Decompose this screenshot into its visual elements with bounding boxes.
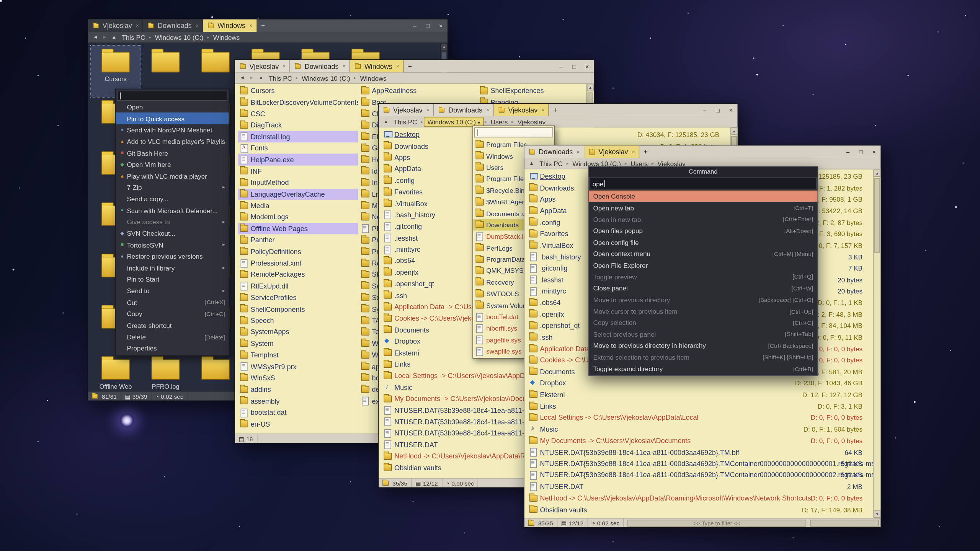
- context-menu-item[interactable]: ▲ Add to VLC media player's Playlist: [116, 136, 229, 147]
- up-icon[interactable]: ▲: [381, 119, 390, 124]
- command-item[interactable]: Move to previous directory in hierarchy …: [589, 340, 818, 351]
- grid-item[interactable]: PFRO.log: [140, 353, 191, 391]
- new-tab-button[interactable]: +: [257, 20, 270, 32]
- context-menu-item[interactable]: ◆ SVN Checkout...: [116, 228, 229, 239]
- context-menu-item[interactable]: Copy [Ctrl+C]: [116, 308, 229, 320]
- context-menu-item[interactable]: Create shortcut: [116, 320, 229, 331]
- titlebar-spacer[interactable]: [652, 145, 841, 158]
- file-row[interactable]: INF: [238, 165, 358, 177]
- file-row[interactable]: LanguageOverlayCache: [238, 188, 358, 200]
- new-tab-button[interactable]: +: [404, 60, 416, 73]
- command-item[interactable]: Open File Explorer: [589, 259, 818, 271]
- titlebar-spacer[interactable]: [562, 104, 698, 116]
- dropdown-filter-input[interactable]: [474, 127, 553, 137]
- grid-item[interactable]: [191, 353, 241, 391]
- tab-close-icon[interactable]: ×: [283, 63, 286, 69]
- command-input[interactable]: ope: [590, 178, 817, 189]
- tab-close-icon[interactable]: ×: [249, 23, 253, 29]
- command-item[interactable]: Close panel [Ctrl+W]: [589, 282, 818, 294]
- context-menu-item[interactable]: Open: [116, 101, 229, 112]
- maximize-button[interactable]: □: [421, 22, 434, 29]
- tab[interactable]: Vjekoslav ×: [88, 20, 143, 32]
- file-row[interactable]: NTUSER.DAT 2 MB: [528, 481, 872, 492]
- file-row[interactable]: Media: [238, 200, 358, 211]
- tab-close-icon[interactable]: ×: [426, 107, 430, 113]
- breadcrumb-item[interactable]: Windows 10 (C:): [299, 73, 353, 82]
- tab-close-icon[interactable]: ×: [196, 23, 199, 29]
- new-tab-button[interactable]: +: [549, 104, 562, 116]
- forward-icon[interactable]: ►: [100, 34, 109, 40]
- breadcrumb-item[interactable]: This PC: [266, 73, 295, 82]
- minimize-button[interactable]: –: [698, 106, 711, 113]
- minimize-button[interactable]: –: [554, 63, 567, 70]
- tab-close-icon[interactable]: ×: [577, 149, 580, 155]
- tab[interactable]: Downloads ×: [143, 20, 203, 32]
- file-row[interactable]: My Documents -> C:\Users\Vjekoslav\Docum…: [528, 435, 872, 446]
- context-menu-item[interactable]: ● Send with NordVPN Meshnet: [116, 124, 229, 136]
- file-row[interactable]: ShellExperiences: [478, 85, 594, 96]
- command-item[interactable]: Open files popup [Alt+Down]: [589, 225, 818, 236]
- up-icon[interactable]: ▲: [109, 34, 119, 40]
- context-menu-item[interactable]: ▲ Play with VLC media player: [116, 170, 229, 182]
- back-icon[interactable]: ◄: [91, 34, 100, 40]
- back-icon[interactable]: ◄: [237, 75, 247, 81]
- scroll-up-icon[interactable]: ▲: [874, 169, 880, 177]
- tab-close-icon[interactable]: ×: [486, 107, 490, 113]
- up-icon[interactable]: ▲: [527, 161, 536, 166]
- context-menu-item[interactable]: ● Scan with Microsoft Defender...: [116, 205, 229, 216]
- minimize-button[interactable]: –: [841, 148, 854, 155]
- file-row[interactable]: Speech: [238, 315, 358, 326]
- file-row[interactable]: BitLockerDiscoveryVolumeContents: [238, 96, 358, 108]
- tab[interactable]: Vjekoslav ×: [235, 60, 290, 73]
- file-row[interactable]: HelpPane.exe: [238, 154, 358, 165]
- titlebar[interactable]: Vjekoslav × Downloads × Windows × + – □: [235, 60, 594, 73]
- command-item[interactable]: Extend selection to previous item [Shift…: [589, 351, 818, 363]
- command-item[interactable]: Move to previous directory [Backspace] […: [589, 294, 818, 305]
- file-row[interactable]: TempInst: [238, 349, 358, 361]
- close-button[interactable]: ×: [581, 63, 594, 70]
- file-row[interactable]: Obsidian vaults D: 17, F: 149, 38 MB: [528, 504, 872, 515]
- command-item[interactable]: Copy selection [Ctrl+C]: [589, 317, 818, 328]
- file-row[interactable]: AppReadiness: [359, 85, 479, 96]
- command-item[interactable]: Toggle expand directory [Ctrl+B]: [589, 363, 818, 374]
- up-icon[interactable]: ▲: [256, 75, 265, 81]
- file-row[interactable]: CSC: [238, 108, 358, 119]
- tab-close-icon[interactable]: ×: [632, 149, 635, 155]
- context-menu-item[interactable]: 7-Zip ▸: [116, 182, 229, 193]
- file-row[interactable]: DtcInstall.log: [238, 131, 358, 142]
- breadcrumb-item[interactable]: Windows 10 (C:): [152, 33, 207, 42]
- breadcrumb-item[interactable]: Vjekoslav: [514, 117, 549, 126]
- maximize-button[interactable]: □: [711, 106, 724, 113]
- titlebar-spacer[interactable]: [270, 20, 408, 32]
- context-menu-item[interactable]: Delete [Delete]: [116, 331, 229, 342]
- titlebar[interactable]: Vjekoslav × Downloads × Windows × + – □: [88, 20, 448, 32]
- minimize-button[interactable]: –: [408, 22, 421, 29]
- file-row[interactable]: Offline Web Pages: [238, 223, 358, 234]
- tab[interactable]: Vjekoslav ×: [379, 104, 434, 116]
- context-menu-item[interactable]: ● Restore previous versions: [116, 251, 229, 262]
- file-row[interactable]: NTUSER.DAT{53b39e88-18c4-11ea-a811-000d3…: [528, 458, 872, 469]
- titlebar[interactable]: Vjekoslav × Downloads × Vjekoslav × + – …: [379, 104, 737, 116]
- scroll-up-icon[interactable]: ▲: [587, 84, 594, 91]
- file-row[interactable]: NTUSER.DAT{53b39e88-18c4-11ea-a811-000d3…: [528, 469, 872, 481]
- close-button[interactable]: ×: [724, 106, 737, 113]
- tab[interactable]: Downloads ×: [290, 60, 350, 73]
- close-button[interactable]: ×: [867, 148, 880, 155]
- file-row[interactable]: Cursors: [238, 85, 358, 96]
- tab[interactable]: Windows ×: [350, 60, 403, 73]
- file-row[interactable]: assembly: [238, 395, 358, 407]
- context-menu-item[interactable]: Pin to Start: [116, 274, 229, 285]
- vertical-scrollbar[interactable]: ▲ ▼: [873, 169, 881, 518]
- context-menu-item[interactable]: ◆ Open Vim here: [116, 159, 229, 170]
- file-row[interactable]: System: [238, 338, 358, 349]
- tab[interactable]: Vjekoslav ×: [584, 145, 639, 158]
- context-menu-item[interactable]: Pin to Quick access: [116, 113, 229, 124]
- maximize-button[interactable]: □: [567, 63, 580, 70]
- context-menu-item[interactable]: ■ Git Bash Here: [116, 147, 229, 159]
- context-menu-item[interactable]: ■ TortoiseSVN ▸: [116, 239, 229, 251]
- context-menu-item[interactable]: Send a copy...: [116, 193, 229, 205]
- context-menu-item[interactable]: Give access to ▸: [116, 216, 229, 228]
- new-tab-button[interactable]: +: [639, 145, 652, 158]
- scroll-up-icon[interactable]: ▲: [731, 127, 738, 135]
- command-item[interactable]: Open in new tab [Ctrl+Enter]: [589, 214, 818, 225]
